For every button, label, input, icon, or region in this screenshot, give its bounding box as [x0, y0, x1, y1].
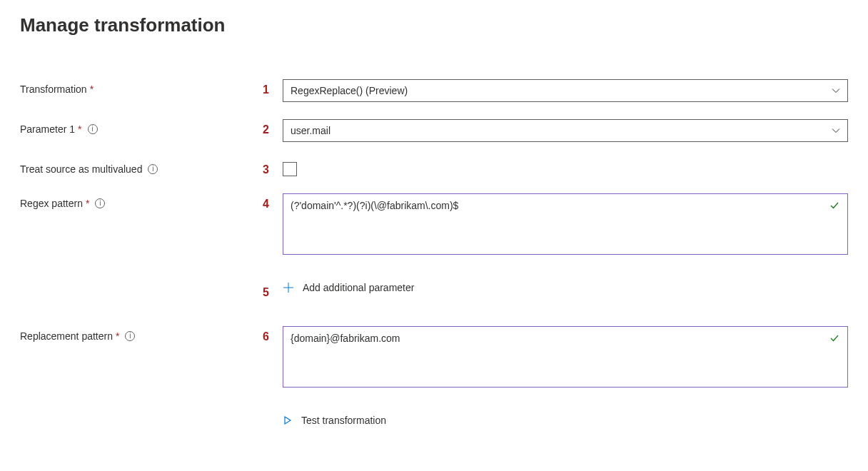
label-replacement-pattern: Replacement pattern * i: [20, 326, 263, 342]
checkmark-icon: [829, 201, 839, 211]
label-text: Regex pattern: [20, 198, 83, 209]
label-text: Parameter 1: [20, 123, 75, 135]
page-title: Manage transformation: [20, 14, 848, 36]
info-icon[interactable]: i: [95, 198, 105, 208]
callout-4: 4: [263, 193, 283, 211]
link-text: Test transformation: [301, 415, 386, 426]
row-transformation: Transformation * 1 RegexReplace() (Previ…: [20, 79, 848, 102]
callout-3: 3: [263, 159, 283, 176]
parameter1-dropdown[interactable]: user.mail: [283, 119, 848, 142]
link-text: Add additional parameter: [303, 282, 414, 293]
checkmark-icon: [829, 333, 839, 343]
regex-pattern-input[interactable]: (?'domain'^.*?)(?i)(\@fabrikam\.com)$: [283, 193, 848, 255]
row-replacement-pattern: Replacement pattern * i 6 {domain}@fabri…: [20, 326, 848, 388]
callout-2: 2: [263, 119, 283, 136]
label-text: Replacement pattern: [20, 330, 113, 342]
row-regex-pattern: Regex pattern * i 4 (?'domain'^.*?)(?i)(…: [20, 193, 848, 255]
required-indicator: *: [90, 83, 94, 95]
callout-5: 5: [263, 282, 283, 299]
info-icon[interactable]: i: [88, 124, 98, 134]
label-multivalued: Treat source as multivalued i: [20, 159, 263, 175]
label-text: Transformation: [20, 83, 87, 95]
label-text: Treat source as multivalued: [20, 163, 142, 175]
row-parameter1: Parameter 1 * i 2 user.mail: [20, 119, 848, 142]
chevron-down-icon: [832, 126, 840, 135]
callout-6: 6: [263, 326, 283, 343]
dropdown-value: RegexReplace() (Preview): [291, 85, 408, 96]
label-regex-pattern: Regex pattern * i: [20, 193, 263, 209]
row-add-parameter: 5 Add additional parameter: [20, 282, 848, 299]
multivalued-checkbox[interactable]: [283, 162, 297, 176]
row-test-transformation: Test transformation: [20, 415, 848, 426]
add-parameter-link[interactable]: Add additional parameter: [283, 282, 414, 293]
replacement-pattern-input[interactable]: {domain}@fabrikam.com: [283, 326, 848, 388]
callout-1: 1: [263, 79, 283, 96]
label-parameter1: Parameter 1 * i: [20, 119, 263, 135]
row-multivalued: Treat source as multivalued i 3: [20, 159, 848, 176]
dropdown-value: user.mail: [291, 125, 330, 136]
test-transformation-link[interactable]: Test transformation: [283, 415, 386, 426]
required-indicator: *: [86, 198, 89, 209]
play-icon: [283, 415, 293, 425]
label-transformation: Transformation *: [20, 79, 263, 95]
required-indicator: *: [116, 330, 119, 342]
info-icon[interactable]: i: [148, 164, 158, 174]
required-indicator: *: [78, 123, 81, 135]
chevron-down-icon: [832, 86, 840, 95]
plus-icon: [283, 282, 294, 293]
transformation-dropdown[interactable]: RegexReplace() (Preview): [283, 79, 848, 102]
info-icon[interactable]: i: [125, 331, 135, 341]
